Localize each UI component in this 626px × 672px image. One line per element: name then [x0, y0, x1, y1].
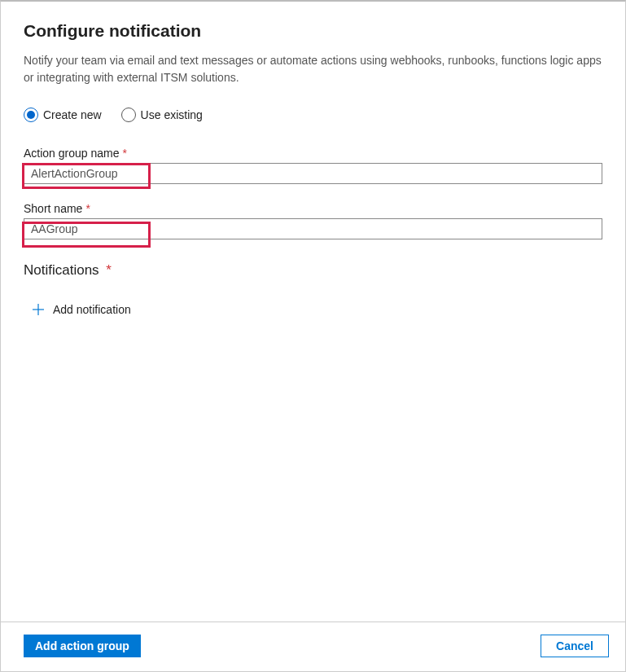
radio-create-new-label: Create new: [43, 108, 102, 121]
page-title: Configure notification: [24, 21, 602, 41]
radio-icon-selected: [24, 108, 38, 122]
radio-create-new[interactable]: Create new: [24, 108, 102, 122]
footer: Add action group Cancel: [1, 621, 625, 671]
add-notification-button[interactable]: Add notification: [24, 300, 602, 319]
radio-use-existing[interactable]: Use existing: [121, 108, 203, 122]
short-name-label: Short name *: [24, 202, 602, 215]
radio-icon-unselected: [121, 108, 136, 122]
cancel-button[interactable]: Cancel: [541, 635, 609, 657]
radio-use-existing-label: Use existing: [141, 108, 203, 121]
required-marker: *: [106, 262, 112, 278]
required-marker: *: [123, 147, 127, 160]
mode-radio-group: Create new Use existing: [24, 108, 602, 122]
page-description: Notify your team via email and text mess…: [24, 52, 602, 86]
notifications-section-title: Notifications *: [24, 262, 602, 279]
action-group-name-field: Action group name *: [24, 147, 602, 184]
action-group-name-input[interactable]: [24, 163, 602, 184]
plus-icon: [32, 303, 45, 316]
action-group-name-label: Action group name *: [24, 147, 602, 160]
short-name-field: Short name *: [24, 202, 602, 239]
short-name-input[interactable]: [24, 218, 602, 239]
add-notification-label: Add notification: [53, 303, 131, 316]
required-marker: *: [85, 202, 90, 215]
add-action-group-button[interactable]: Add action group: [24, 635, 141, 657]
